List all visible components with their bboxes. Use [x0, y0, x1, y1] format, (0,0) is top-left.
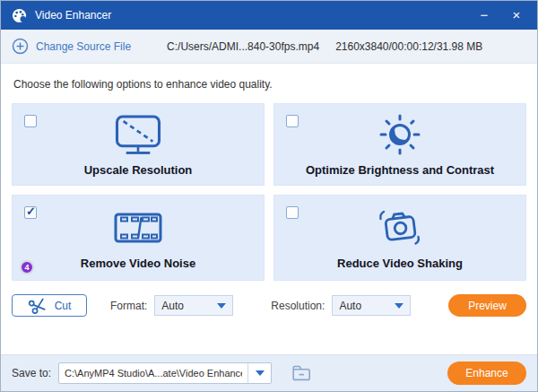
camera-shake-icon [374, 206, 426, 249]
save-path-input[interactable] [59, 368, 247, 379]
title-bar: Video Enhancer − × [1, 1, 537, 30]
option-card-upscale-resolution[interactable]: Upscale Resolution [12, 103, 265, 186]
close-button[interactable]: × [507, 5, 526, 25]
source-file-info: 2160x3840/00:00:12/31.98 MB [335, 40, 482, 53]
option-label: Reduce Video Shaking [337, 257, 463, 270]
preview-button[interactable]: Preview [448, 294, 526, 317]
format-label: Format: [110, 300, 147, 312]
monitor-upscale-icon [112, 113, 164, 156]
window-controls: − × [474, 5, 526, 25]
resolution-group: Resolution: Auto [271, 295, 411, 316]
film-strip-icon [112, 206, 164, 249]
enhance-options-grid: Upscale Resolution [12, 103, 526, 281]
browse-folder-button[interactable] [290, 362, 313, 384]
save-to-label: Save to: [12, 367, 51, 379]
plus-circle-icon [12, 38, 29, 55]
resolution-select[interactable]: Auto [332, 295, 411, 316]
upscale-resolution-checkbox[interactable] [24, 115, 37, 127]
option-card-reduce-video-shaking[interactable]: Reduce Video Shaking [273, 195, 526, 281]
folder-icon [291, 363, 312, 383]
option-card-optimize-brightness[interactable]: Optimize Brightness and Contrast [273, 103, 526, 186]
resolution-value: Auto [339, 300, 395, 312]
optimize-brightness-checkbox[interactable] [286, 115, 299, 127]
chevron-down-icon [217, 303, 226, 309]
toolbar: Cut Format: Auto Resolution: Auto Previe… [12, 294, 526, 317]
format-group: Format: Auto [110, 295, 233, 316]
resolution-label: Resolution: [271, 300, 325, 312]
source-file-bar: Change Source File C:/Users/ADMI...840-3… [1, 30, 537, 64]
change-source-file-button[interactable]: Change Source File [12, 38, 131, 55]
enhance-button[interactable]: Enhance [447, 362, 526, 385]
change-source-file-label: Change Source File [36, 40, 131, 53]
option-label: Upscale Resolution [84, 163, 193, 177]
option-card-remove-video-noise[interactable]: Remove Video Noise 4 [12, 195, 265, 281]
minimize-button[interactable]: − [474, 5, 494, 25]
video-enhancer-window: Video Enhancer − × Change Source File C:… [0, 0, 538, 392]
window-title: Video Enhancer [35, 9, 111, 22]
option-label: Remove Video Noise [81, 257, 195, 270]
option-label: Optimize Brightness and Contrast [306, 163, 494, 177]
remove-video-noise-checkbox[interactable] [24, 206, 37, 219]
format-value: Auto [161, 300, 217, 312]
brightness-sun-icon [378, 113, 421, 156]
chevron-down-icon [395, 303, 404, 309]
chevron-down-icon [256, 370, 265, 376]
main-content: Choose the following options to enhance … [1, 64, 537, 354]
cut-label: Cut [55, 300, 72, 312]
format-select[interactable]: Auto [154, 295, 233, 316]
annotation-badge: 4 [20, 260, 34, 274]
instruction-text: Choose the following options to enhance … [13, 78, 525, 91]
scissors-icon [28, 297, 47, 314]
reduce-video-shaking-checkbox[interactable] [286, 206, 299, 219]
palette-app-icon [12, 8, 27, 23]
cut-button[interactable]: Cut [12, 294, 87, 317]
save-path-box [58, 362, 272, 384]
save-path-dropdown[interactable] [247, 363, 271, 383]
source-file-path: C:/Users/ADMI...840-30fps.mp4 [167, 40, 319, 53]
save-bar: Save to: Enhance [1, 354, 537, 391]
